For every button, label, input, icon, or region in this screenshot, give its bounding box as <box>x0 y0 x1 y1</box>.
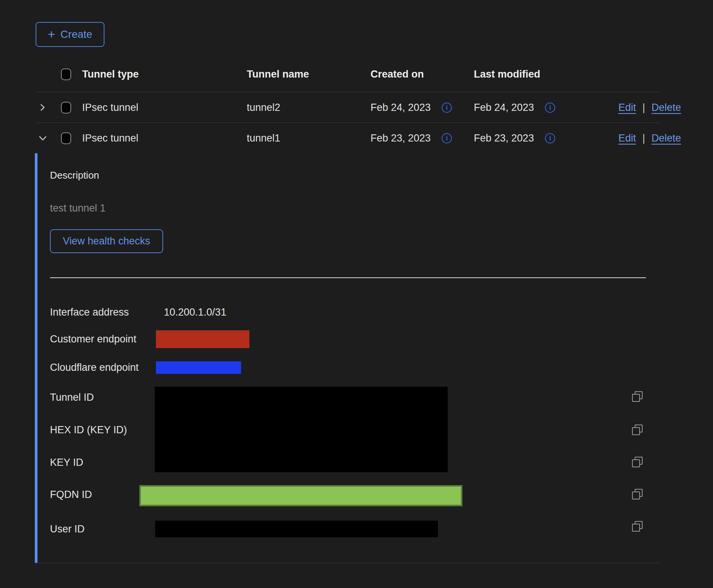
expanded-tunnel-panel: Description test tunnel 1 View health ch… <box>35 153 660 563</box>
user-id-label: User ID <box>50 523 155 535</box>
info-icon[interactable]: i <box>442 133 452 143</box>
copy-icon[interactable] <box>632 391 643 402</box>
create-button[interactable]: + Create <box>36 22 104 47</box>
user-id-redacted-value <box>155 521 438 537</box>
view-health-checks-button[interactable]: View health checks <box>50 229 163 253</box>
created-on-cell: Feb 23, 2023 <box>371 132 431 144</box>
edit-link[interactable]: Edit <box>618 132 636 144</box>
description-label: Description <box>50 170 660 181</box>
create-button-label: Create <box>61 28 92 40</box>
customer-endpoint-label: Customer endpoint <box>50 333 155 345</box>
info-icon[interactable]: i <box>545 103 555 113</box>
created-on-cell: Feb 24, 2023 <box>371 102 431 114</box>
edit-link[interactable]: Edit <box>618 102 636 114</box>
copy-icon[interactable] <box>632 489 643 499</box>
header-tunnel-name: Tunnel name <box>247 68 371 80</box>
fqdn-id-redacted-value <box>139 485 462 506</box>
tunnel-name-cell: tunnel2 <box>247 102 371 114</box>
ids-redacted-value <box>155 387 448 472</box>
plus-icon: + <box>48 28 55 40</box>
detail-row-user-id: User ID <box>50 521 660 537</box>
last-modified-cell: Feb 24, 2023 <box>474 102 534 114</box>
copy-icon[interactable] <box>632 457 643 467</box>
table-row: IPsec tunnel tunnel2 Feb 24, 2023 i Feb … <box>35 92 660 123</box>
detail-row-customer-endpoint: Customer endpoint <box>50 330 660 348</box>
copy-icon[interactable] <box>632 425 643 435</box>
row-checkbox[interactable] <box>61 132 71 144</box>
row-checkbox[interactable] <box>61 102 71 114</box>
chevron-right-icon <box>38 103 47 112</box>
last-modified-cell: Feb 23, 2023 <box>474 132 534 144</box>
cloudflare-endpoint-label: Cloudflare endpoint <box>50 362 155 373</box>
header-last-modified: Last modified <box>474 68 618 80</box>
description-value: test tunnel 1 <box>50 202 660 214</box>
tunnels-table: Tunnel type Tunnel name Created on Last … <box>35 57 660 563</box>
view-health-checks-label: View health checks <box>63 235 150 247</box>
tunnel-type-cell: IPsec tunnel <box>72 102 247 114</box>
detail-row-interface-address: Interface address 10.200.1.0/31 <box>50 307 660 317</box>
cloudflare-endpoint-redacted-value <box>156 361 241 374</box>
table-row: IPsec tunnel tunnel1 Feb 23, 2023 i Feb … <box>35 123 660 153</box>
select-all-checkbox[interactable] <box>61 68 71 80</box>
header-tunnel-type: Tunnel type <box>72 68 247 80</box>
tunnel-name-cell: tunnel1 <box>247 132 371 144</box>
chevron-down-icon <box>38 133 48 143</box>
info-icon[interactable]: i <box>545 133 555 143</box>
expand-row-button[interactable] <box>35 103 61 112</box>
action-separator: | <box>643 102 645 114</box>
action-separator: | <box>643 132 645 144</box>
collapse-row-button[interactable] <box>35 133 61 143</box>
tunnel-id-label: Tunnel ID <box>50 392 155 402</box>
hex-id-label: HEX ID (KEY ID) <box>50 424 155 434</box>
detail-row-cloudflare-endpoint: Cloudflare endpoint <box>50 361 660 374</box>
tunnel-type-cell: IPsec tunnel <box>72 132 247 144</box>
key-id-label: KEY ID <box>50 457 155 467</box>
header-created-on: Created on <box>371 68 474 80</box>
table-header-row: Tunnel type Tunnel name Created on Last … <box>35 57 660 92</box>
interface-address-label: Interface address <box>50 306 155 318</box>
copy-icon[interactable] <box>632 521 643 532</box>
info-icon[interactable]: i <box>442 103 452 113</box>
interface-address-value: 10.200.1.0/31 <box>164 306 226 318</box>
customer-endpoint-redacted-value <box>156 330 249 348</box>
detail-rows-ids-group: Tunnel ID HEX ID (KEY ID) KEY ID <box>50 387 660 472</box>
tunnels-page: + Create Tunnel type Tunnel name Created… <box>0 0 713 588</box>
detail-row-fqdn-id: FQDN ID <box>50 485 660 506</box>
delete-link[interactable]: Delete <box>652 102 681 114</box>
delete-link[interactable]: Delete <box>652 132 681 144</box>
section-divider <box>50 277 646 278</box>
